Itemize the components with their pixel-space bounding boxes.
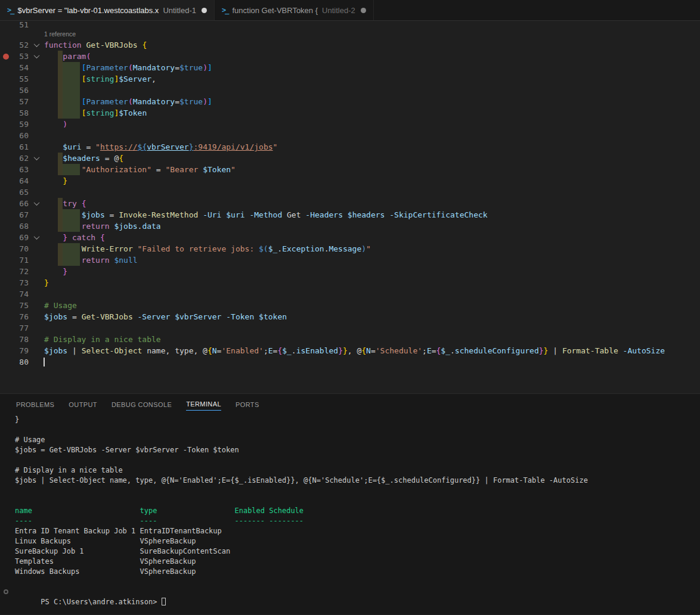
code-line[interactable]: 58 [string]$Token	[0, 107, 700, 119]
panel-tab-debug-console[interactable]: DEBUG CONSOLE	[111, 399, 172, 411]
breakpoint-margin[interactable]	[0, 39, 12, 51]
line-number: 69	[12, 232, 29, 243]
breakpoint-margin[interactable]	[0, 107, 12, 119]
tab-untitled-1[interactable]: >_ $vbrServer = "lab-vbr-01.westcoastlab…	[0, 0, 215, 20]
fold-column	[29, 187, 44, 198]
code-line[interactable]: 63 "Authorization" = "Bearer $Token"	[0, 164, 700, 175]
breakpoint-margin[interactable]	[0, 153, 12, 164]
code-line[interactable]: 77	[0, 322, 700, 334]
panel-tab-terminal[interactable]: TERMINAL	[186, 398, 221, 411]
breakpoint-margin[interactable]	[0, 300, 12, 311]
breakpoint-margin[interactable]	[0, 254, 12, 266]
terminal-output: }# Usage$jobs = Get-VBRJobs -Server $vbr…	[15, 415, 700, 577]
fold-column	[29, 220, 44, 232]
codelens-reference[interactable]: 1 reference	[0, 29, 700, 39]
code-line[interactable]: 65	[0, 187, 700, 198]
breakpoint-margin[interactable]	[0, 209, 12, 220]
fold-column[interactable]	[29, 232, 44, 243]
breakpoint-margin[interactable]	[0, 322, 12, 334]
code-line[interactable]: 78# Display in a nice table	[0, 334, 700, 345]
breakpoint-margin[interactable]	[0, 356, 12, 368]
breakpoint-margin[interactable]	[0, 175, 12, 187]
code-line[interactable]: 59 )	[0, 119, 700, 130]
code-line[interactable]: 56	[0, 85, 700, 96]
chevron-down-icon[interactable]	[33, 52, 39, 58]
breakpoint-margin[interactable]	[0, 85, 12, 96]
fold-column[interactable]	[29, 51, 44, 62]
breakpoint-margin[interactable]	[0, 51, 12, 62]
breakpoint-icon[interactable]	[3, 54, 9, 60]
code-editor[interactable]: 511 reference52function Get-VBRJobs {53 …	[0, 21, 700, 393]
powershell-icon: >_	[7, 6, 13, 14]
code-line[interactable]: 76$jobs = Get-VBRJobs -Server $vbrServer…	[0, 311, 700, 322]
chevron-down-icon[interactable]	[33, 154, 39, 160]
breakpoint-margin[interactable]	[0, 119, 12, 130]
terminal[interactable]: }# Usage$jobs = Get-VBRJobs -Server $vbr…	[0, 415, 700, 597]
breakpoint-margin[interactable]	[0, 311, 12, 322]
breakpoint-margin[interactable]	[0, 220, 12, 232]
code-line[interactable]: 67 $jobs = Invoke-RestMethod -Uri $uri -…	[0, 209, 700, 220]
fold-column[interactable]	[29, 198, 44, 209]
breakpoint-margin[interactable]	[0, 62, 12, 73]
code-line[interactable]: 53 param(	[0, 51, 700, 62]
code-text: $headers = @{	[44, 153, 700, 164]
code-line[interactable]: 66 try {	[0, 198, 700, 209]
breakpoint-margin[interactable]	[0, 187, 12, 198]
code-line[interactable]: 55 [string]$Server,	[0, 73, 700, 85]
breakpoint-margin[interactable]	[0, 345, 12, 356]
breakpoint-margin[interactable]	[0, 334, 12, 345]
modified-dot-icon[interactable]	[361, 8, 366, 13]
breakpoint-margin[interactable]	[0, 73, 12, 85]
code-text: $jobs | Select-Object name, type, @{N='E…	[44, 345, 700, 356]
line-number: 70	[12, 243, 29, 254]
code-line[interactable]: 68 return $jobs.data	[0, 220, 700, 232]
chevron-down-icon[interactable]	[33, 41, 39, 47]
breakpoint-margin[interactable]	[0, 164, 12, 175]
code-line[interactable]: 69 } catch {	[0, 232, 700, 243]
breakpoint-margin[interactable]	[0, 266, 12, 277]
command-decoration-icon[interactable]	[4, 589, 8, 594]
code-line[interactable]: 72 }	[0, 266, 700, 277]
tab-untitled-2[interactable]: >_ function Get-VBRToken { Untitled-2	[215, 0, 374, 20]
fold-column	[29, 334, 44, 345]
code-line[interactable]: 60	[0, 130, 700, 141]
code-line[interactable]: 73}	[0, 277, 700, 288]
panel-tab-problems[interactable]: PROBLEMS	[16, 399, 54, 411]
panel-tab-output[interactable]: OUTPUT	[69, 399, 97, 411]
fold-column[interactable]	[29, 153, 44, 164]
chevron-down-icon[interactable]	[33, 234, 39, 240]
breakpoint-margin[interactable]	[0, 232, 12, 243]
breakpoint-margin[interactable]	[0, 21, 12, 29]
code-line[interactable]: 79$jobs | Select-Object name, type, @{N=…	[0, 345, 700, 356]
modified-dot-icon[interactable]	[202, 8, 207, 13]
code-line[interactable]: 62 $headers = @{	[0, 153, 700, 164]
breakpoint-margin[interactable]	[0, 288, 12, 300]
panel-tab-ports[interactable]: PORTS	[236, 399, 259, 411]
code-line[interactable]: 71 return $null	[0, 254, 700, 266]
code-line[interactable]: 54 [Parameter(Mandatory=$true)]	[0, 62, 700, 73]
code-line[interactable]: 64 }	[0, 175, 700, 187]
code-line[interactable]: 80	[0, 356, 700, 368]
breakpoint-margin[interactable]	[0, 198, 12, 209]
code-line[interactable]: 52function Get-VBRJobs {	[0, 39, 700, 51]
terminal-prompt-row[interactable]: PS C:\Users\andre.atkinson>	[15, 587, 700, 597]
code-line[interactable]: 70 Write-Error "Failed to retrieve jobs:…	[0, 243, 700, 254]
bottom-panel: PROBLEMS OUTPUT DEBUG CONSOLE TERMINAL P…	[0, 393, 700, 614]
terminal-line: Windows Backups VSphereBackup	[15, 567, 700, 577]
code-line[interactable]: 61 $uri = "https://${vbrServer}:9419/api…	[0, 141, 700, 153]
breakpoint-margin[interactable]	[0, 277, 12, 288]
fold-column[interactable]	[29, 39, 44, 51]
breakpoint-margin[interactable]	[0, 141, 12, 153]
chevron-down-icon[interactable]	[33, 200, 39, 206]
code-line[interactable]: 57 [Parameter(Mandatory=$true)]	[0, 96, 700, 107]
breakpoint-margin[interactable]	[0, 130, 12, 141]
code-line[interactable]: 51	[0, 21, 700, 29]
tab-title: function Get-VBRToken {	[232, 6, 318, 15]
breakpoint-margin[interactable]	[0, 243, 12, 254]
breakpoint-margin[interactable]	[0, 96, 12, 107]
code-line[interactable]: 74	[0, 288, 700, 300]
terminal-line: Entra ID Tenant Backup Job 1 EntraIDTena…	[15, 526, 700, 536]
code-line[interactable]: 75# Usage	[0, 300, 700, 311]
code-text: param(	[44, 51, 700, 62]
tab-bar: >_ $vbrServer = "lab-vbr-01.westcoastlab…	[0, 0, 700, 21]
